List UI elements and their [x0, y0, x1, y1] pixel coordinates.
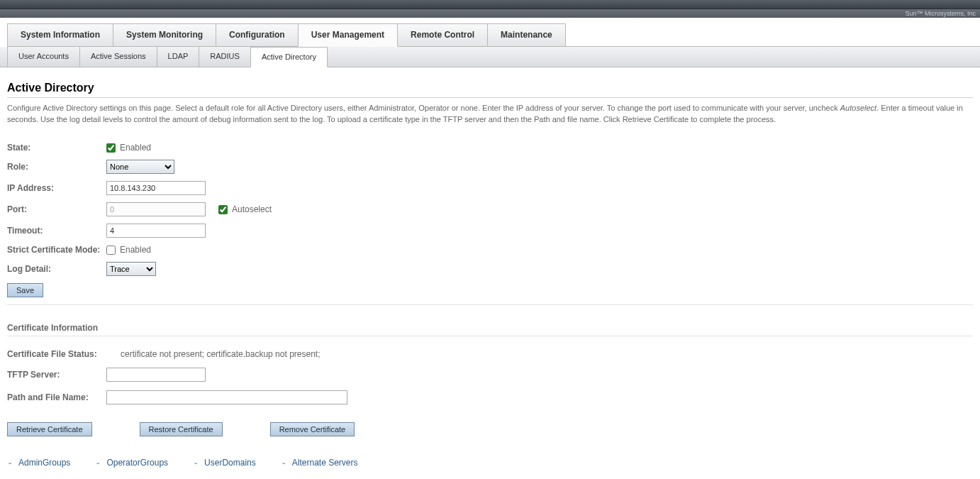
- user-domains-label: UserDomains: [204, 458, 256, 468]
- state-label: State:: [7, 143, 106, 153]
- tab-system-information[interactable]: System Information: [7, 23, 113, 46]
- restore-cert-button[interactable]: Restore Certificate: [140, 422, 223, 436]
- log-detail-select[interactable]: Trace: [106, 262, 156, 276]
- page-description: Configure Active Directory settings on t…: [7, 102, 973, 125]
- tftp-input[interactable]: [106, 368, 206, 382]
- content: Active Directory Configure Active Direct…: [0, 67, 980, 479]
- sub-tabs-wrap: User Accounts Active Sessions LDAP RADIU…: [0, 47, 980, 67]
- alternate-servers-link[interactable]: ⌄ Alternate Servers: [281, 458, 358, 468]
- autoselect-label: Autoselect: [232, 204, 272, 214]
- path-label: Path and File Name:: [7, 392, 106, 402]
- save-button[interactable]: Save: [7, 283, 43, 297]
- chevron-down-icon: ⌄: [193, 461, 199, 466]
- chevron-down-icon: ⌄: [95, 461, 101, 466]
- state-checkbox[interactable]: [106, 143, 116, 153]
- subtab-active-sessions[interactable]: Active Sessions: [79, 47, 157, 67]
- cert-separator: [7, 336, 973, 336]
- port-input[interactable]: [106, 202, 206, 216]
- strict-enabled-label: Enabled: [120, 245, 151, 255]
- tftp-label: TFTP Server:: [7, 370, 106, 380]
- path-input[interactable]: [106, 390, 347, 404]
- tab-maintenance[interactable]: Maintenance: [487, 23, 566, 46]
- alternate-servers-label: Alternate Servers: [292, 458, 358, 468]
- page-description-italic: Autoselect: [840, 104, 876, 112]
- title-separator: [7, 97, 973, 98]
- top-bar: [0, 0, 980, 9]
- expandable-sections: ⌄ AdminGroups ⌄ OperatorGroups ⌄ UserDom…: [7, 458, 973, 468]
- tab-remote-control[interactable]: Remote Control: [397, 23, 488, 46]
- tab-system-monitoring[interactable]: System Monitoring: [113, 23, 216, 46]
- port-label: Port:: [7, 204, 106, 214]
- log-label: Log Detail:: [7, 264, 106, 274]
- chevron-down-icon: ⌄: [281, 461, 286, 466]
- timeout-input[interactable]: [106, 224, 206, 238]
- ip-input[interactable]: [106, 181, 206, 195]
- ip-label: IP Address:: [7, 183, 106, 193]
- operator-groups-link[interactable]: ⌄ OperatorGroups: [95, 458, 168, 468]
- user-domains-link[interactable]: ⌄ UserDomains: [193, 458, 256, 468]
- subtab-user-accounts[interactable]: User Accounts: [7, 47, 80, 67]
- cert-section-title: Certificate Information: [7, 323, 973, 333]
- cert-status-value: certificate not present; certificate.bac…: [121, 349, 320, 359]
- page-description-a: Configure Active Directory settings on t…: [7, 104, 840, 112]
- strict-label: Strict Certificate Mode:: [7, 245, 106, 255]
- chevron-down-icon: ⌄: [7, 461, 13, 466]
- tab-user-management[interactable]: User Management: [298, 23, 398, 47]
- remove-cert-button[interactable]: Remove Certificate: [270, 422, 355, 436]
- admin-groups-label: AdminGroups: [18, 458, 70, 468]
- page-title: Active Directory: [7, 82, 973, 94]
- autoselect-checkbox[interactable]: [218, 205, 228, 214]
- role-select[interactable]: None: [106, 160, 174, 174]
- state-enabled-label: Enabled: [120, 143, 151, 153]
- sub-tabs: User Accounts Active Sessions LDAP RADIU…: [0, 47, 980, 67]
- subtab-ldap[interactable]: LDAP: [157, 47, 200, 67]
- subtab-radius[interactable]: RADIUS: [199, 47, 251, 67]
- retrieve-cert-button[interactable]: Retrieve Certificate: [7, 422, 92, 436]
- strict-checkbox[interactable]: [106, 246, 116, 255]
- save-separator: [7, 304, 973, 305]
- role-label: Role:: [7, 162, 106, 172]
- timeout-label: Timeout:: [7, 226, 106, 236]
- brand-bar: Sun™ Microsystems, Inc: [0, 9, 980, 18]
- tab-configuration[interactable]: Configuration: [216, 23, 299, 46]
- operator-groups-label: OperatorGroups: [106, 458, 168, 468]
- subtab-active-directory[interactable]: Active Directory: [250, 47, 328, 67]
- main-tabs: System Information System Monitoring Con…: [7, 23, 980, 47]
- brand-text: Sun™ Microsystems, Inc: [905, 10, 976, 17]
- cert-status-label: Certificate File Status:: [7, 349, 121, 359]
- admin-groups-link[interactable]: ⌄ AdminGroups: [7, 458, 70, 468]
